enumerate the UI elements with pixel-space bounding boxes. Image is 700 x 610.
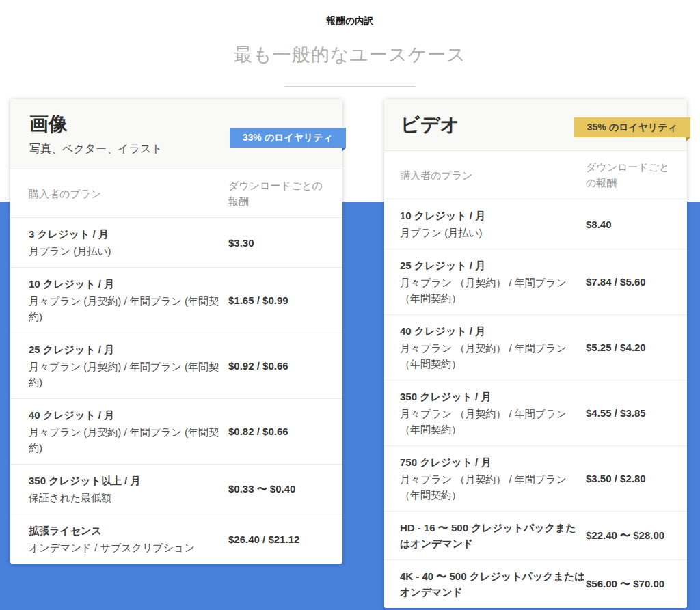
plan-detail: オンデマンド / サブスクリプション: [29, 540, 228, 555]
payout-value: $7.84 / $5.60: [586, 276, 671, 288]
table-row: HD - 16 〜 500 クレジットパックまたはオンデマンド $22.40 〜…: [384, 511, 687, 559]
plan-name: 40 クレジット / 月: [29, 407, 228, 423]
payout-value: $0.33 〜 $0.40: [228, 483, 326, 496]
column-header-payout: ダウンロードごとの報酬: [586, 159, 671, 191]
plan-cell: 10 クレジット / 月 月々プラン (月契約) / 年間プラン (年間契約): [29, 276, 228, 324]
page-title: 最も一般的なユースケース: [0, 42, 700, 67]
plan-name: 3 クレジット / 月: [29, 226, 228, 242]
payout-value: $22.40 〜 $28.00: [586, 529, 671, 542]
table-row: 350 クレジット以上 / 月 保証された最低額 $0.33 〜 $0.40: [10, 464, 342, 514]
table-row: 4K - 40 〜 500 クレジットパックまたはオンデマンド $56.00 〜…: [384, 559, 687, 608]
plan-detail: 月々プラン (月契約) / 年間プラン (年間契約): [29, 359, 228, 390]
payout-value: $3.50 / $2.80: [586, 473, 671, 484]
images-pricing-card: 画像 写真、ベクター、イラスト 33% のロイヤリティ 購入者のプラン ダウンロ…: [10, 99, 342, 564]
plan-cell: 3 クレジット / 月 月プラン (月払い): [29, 226, 228, 259]
payout-value: $4.55 / $3.85: [586, 407, 671, 419]
plan-detail: 月々プラン (月契約) / 年間プラン (年間契約): [29, 293, 228, 324]
plan-detail: 月々プラン （月契約） / 年間プラン （年間契約）: [400, 340, 586, 372]
plan-cell: 10 クレジット / 月 月プラン (月払い): [400, 208, 586, 240]
plan-name: 25 クレジット / 月: [29, 342, 228, 357]
payout-value: $5.25 / $4.20: [586, 342, 671, 353]
images-royalty-badge: 33% のロイヤリティ: [230, 128, 346, 148]
plan-detail: 保証された最低額: [29, 490, 228, 505]
plan-cell: 40 クレジット / 月 月々プラン （月契約） / 年間プラン （年間契約）: [400, 323, 586, 372]
video-royalty-badge: 35% のロイヤリティ: [574, 117, 690, 137]
plan-cell: 4K - 40 〜 500 クレジットパックまたはオンデマンド: [400, 568, 586, 600]
payout-value: $26.40 / $21.12: [228, 533, 326, 545]
plan-name: 25 クレジット / 月: [400, 258, 586, 273]
section-eyebrow: 報酬の内訳: [0, 15, 700, 27]
column-header-plan: 購入者のプラン: [400, 167, 586, 183]
plan-name: 750 クレジット / 月: [400, 454, 586, 470]
video-pricing-card: ビデオ 35% のロイヤリティ 購入者のプラン ダウンロードごとの報酬 10 ク…: [384, 99, 687, 608]
payout-value: $0.82 / $0.66: [228, 426, 326, 437]
table-row: 25 クレジット / 月 月々プラン (月契約) / 年間プラン (年間契約) …: [10, 333, 342, 398]
plan-detail: 月プラン (月払い): [29, 243, 228, 259]
plan-name: 10 クレジット / 月: [29, 276, 228, 292]
payout-value: $56.00 〜 $70.00: [586, 578, 671, 591]
video-card-header: ビデオ 35% のロイヤリティ: [384, 99, 687, 151]
plan-name: HD - 16 〜 500 クレジットパックまたはオンデマンド: [400, 520, 586, 551]
plan-cell: HD - 16 〜 500 クレジットパックまたはオンデマンド: [400, 520, 586, 551]
plan-name: 350 クレジット以上 / 月: [29, 473, 228, 488]
payout-value: $8.40: [586, 219, 671, 230]
plan-cell: 25 クレジット / 月 月々プラン (月契約) / 年間プラン (年間契約): [29, 342, 228, 390]
table-row: 10 クレジット / 月 月々プラン (月契約) / 年間プラン (年間契約) …: [10, 267, 342, 333]
plan-cell: 350 クレジット / 月 月々プラン （月契約） / 年間プラン （年間契約）: [400, 389, 586, 437]
table-row: 25 クレジット / 月 月々プラン （月契約） / 年間プラン （年間契約） …: [384, 249, 687, 314]
payout-value: $3.30: [228, 237, 326, 249]
table-row: 40 クレジット / 月 月々プラン （月契約） / 年間プラン （年間契約） …: [384, 314, 687, 380]
table-row: 750 クレジット / 月 月々プラン （月契約） / 年間プラン （年間契約）…: [384, 445, 687, 511]
column-header-payout: ダウンロードごとの報酬: [228, 178, 326, 209]
payout-value: $1.65 / $0.99: [228, 294, 326, 306]
plan-detail: 月々プラン （月契約） / 年間プラン （年間契約）: [400, 471, 586, 503]
plan-cell: 750 クレジット / 月 月々プラン （月契約） / 年間プラン （年間契約）: [400, 454, 586, 503]
table-row: 10 クレジット / 月 月プラン (月払い) $8.40: [384, 199, 687, 249]
plan-cell: 25 クレジット / 月 月々プラン （月契約） / 年間プラン （年間契約）: [400, 258, 586, 306]
plan-name: 10 クレジット / 月: [400, 208, 586, 223]
images-card-header: 画像 写真、ベクター、イラスト 33% のロイヤリティ: [10, 99, 342, 169]
video-column-headers: 購入者のプラン ダウンロードごとの報酬: [384, 151, 687, 199]
plan-name: 4K - 40 〜 500 クレジットパックまたはオンデマンド: [400, 568, 586, 600]
payout-value: $0.92 / $0.66: [228, 360, 326, 372]
plan-detail: 月々プラン （月契約） / 年間プラン （年間契約）: [400, 275, 586, 306]
plan-detail: 月々プラン (月契約) / 年間プラン (年間契約): [29, 424, 228, 456]
plan-detail: 月プラン (月払い): [400, 225, 586, 240]
plan-cell: 拡張ライセンス オンデマンド / サブスクリプション: [29, 523, 228, 555]
page-header: 報酬の内訳 最も一般的なユースケース: [0, 0, 700, 87]
plan-detail: 月々プラン （月契約） / 年間プラン （年間契約）: [400, 406, 586, 437]
plan-name: 拡張ライセンス: [29, 523, 228, 538]
plan-name: 350 クレジット / 月: [400, 389, 586, 404]
plan-cell: 40 クレジット / 月 月々プラン (月契約) / 年間プラン (年間契約): [29, 407, 228, 456]
table-row: 40 クレジット / 月 月々プラン (月契約) / 年間プラン (年間契約) …: [10, 398, 342, 464]
plan-cell: 350 クレジット以上 / 月 保証された最低額: [29, 473, 228, 505]
table-row: 350 クレジット / 月 月々プラン （月契約） / 年間プラン （年間契約）…: [384, 380, 687, 445]
table-row: 拡張ライセンス オンデマンド / サブスクリプション $26.40 / $21.…: [10, 514, 342, 564]
column-header-plan: 購入者のプラン: [29, 186, 228, 202]
title-divider: [285, 86, 415, 87]
images-column-headers: 購入者のプラン ダウンロードごとの報酬: [10, 169, 342, 217]
plan-name: 40 クレジット / 月: [400, 323, 586, 339]
table-row: 3 クレジット / 月 月プラン (月払い) $3.30: [10, 217, 342, 267]
